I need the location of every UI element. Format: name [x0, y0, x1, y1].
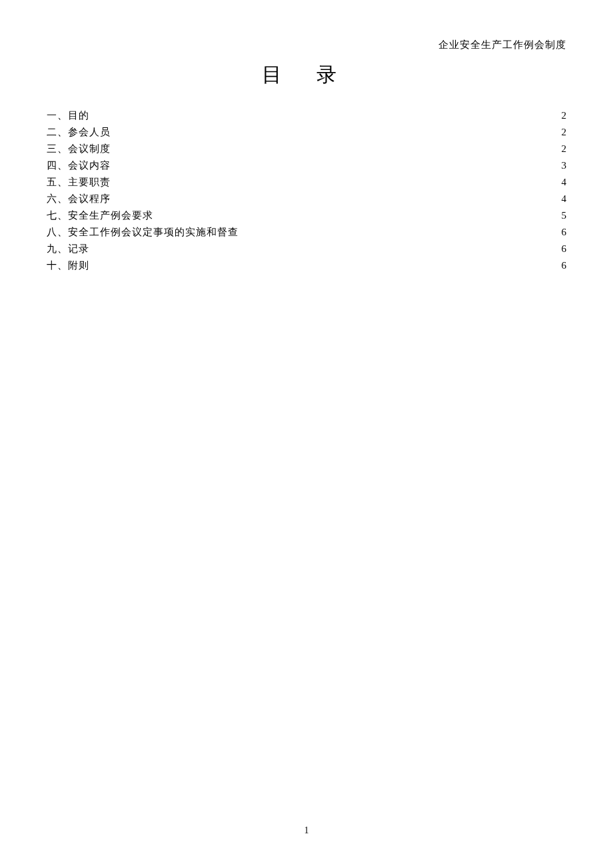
toc-entry: 十、附则 6 — [47, 257, 566, 274]
toc-entry-page: 4 — [562, 191, 567, 207]
toc-entry: 五、主要职责 4 — [47, 174, 566, 191]
toc-leader-dots — [112, 142, 560, 152]
toc-entry-label: 三、会议制度 — [47, 141, 111, 157]
document-header-note: 企业安全生产工作例会制度 — [438, 39, 566, 51]
toc-entry-page: 4 — [562, 174, 567, 191]
toc-entry-label: 七、安全生产例会要求 — [47, 207, 153, 224]
toc-entry-page: 2 — [562, 107, 567, 124]
toc-entry-label: 五、主要职责 — [47, 174, 111, 191]
toc-entry: 七、安全生产例会要求 5 — [47, 207, 566, 224]
toc-entry: 九、记录 6 — [47, 241, 566, 257]
toc-entry-page: 2 — [562, 124, 567, 141]
toc-leader-dots — [155, 209, 560, 219]
toc-leader-dots — [112, 192, 560, 202]
toc-leader-dots — [112, 159, 560, 169]
toc-entry-label: 六、会议程序 — [47, 191, 111, 207]
toc-leader-dots — [91, 242, 560, 252]
toc-entry: 八、安全工作例会议定事项的实施和督查 6 — [47, 224, 566, 241]
toc-entry: 一、目的 2 — [47, 107, 566, 124]
toc-title: 目 录 — [0, 61, 613, 89]
toc-leader-dots — [112, 175, 560, 185]
toc-leader-dots — [91, 259, 560, 269]
toc-entry-page: 2 — [562, 141, 567, 157]
toc-entry-label: 一、目的 — [47, 107, 89, 124]
toc-entry: 二、参会人员 2 — [47, 124, 566, 141]
toc-entry-page: 6 — [562, 241, 567, 257]
toc-leader-dots — [112, 125, 560, 135]
toc-entry-label: 四、会议内容 — [47, 157, 111, 174]
toc-entry: 三、会议制度 2 — [47, 141, 566, 157]
toc-entry: 六、会议程序 4 — [47, 191, 566, 207]
toc-entry-label: 二、参会人员 — [47, 124, 111, 141]
toc-entry-page: 3 — [562, 157, 567, 174]
table-of-contents: 一、目的 2 二、参会人员 2 三、会议制度 2 四、会议内容 3 五、主要职责… — [47, 107, 566, 274]
toc-entry-label: 八、安全工作例会议定事项的实施和督查 — [47, 224, 239, 241]
toc-leader-dots — [240, 225, 560, 235]
toc-entry-page: 6 — [562, 224, 567, 241]
page-number: 1 — [0, 825, 613, 836]
toc-entry-page: 5 — [562, 207, 567, 224]
toc-entry: 四、会议内容 3 — [47, 157, 566, 174]
toc-leader-dots — [91, 109, 560, 119]
toc-entry-label: 十、附则 — [47, 257, 89, 274]
toc-entry-page: 6 — [562, 257, 567, 274]
toc-entry-label: 九、记录 — [47, 241, 89, 257]
